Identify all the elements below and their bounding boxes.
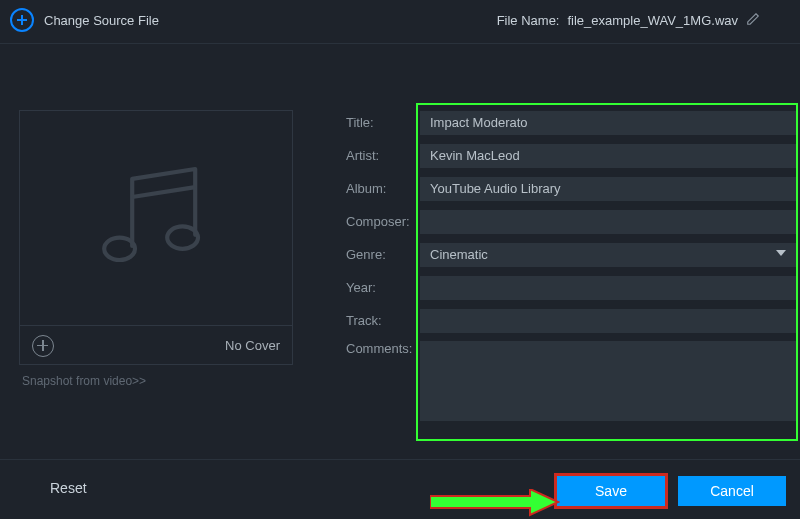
svg-point-1	[104, 238, 135, 260]
svg-point-2	[167, 226, 198, 248]
music-note-icon	[86, 148, 226, 288]
composer-input[interactable]	[420, 210, 796, 234]
title-label: Title:	[346, 115, 420, 130]
snapshot-from-video-link[interactable]: Snapshot from video>>	[22, 374, 146, 388]
svg-line-0	[132, 187, 195, 197]
genre-select[interactable]	[420, 243, 796, 267]
cover-art-placeholder	[20, 111, 292, 326]
cover-bottom-bar: No Cover	[20, 326, 292, 365]
svg-marker-3	[430, 489, 558, 515]
plus-icon	[10, 8, 34, 32]
change-source-button[interactable]: Change Source File	[10, 8, 159, 32]
album-input[interactable]	[420, 177, 796, 201]
comments-input[interactable]	[420, 341, 796, 421]
no-cover-label: No Cover	[225, 338, 280, 353]
artist-input[interactable]	[420, 144, 796, 168]
add-cover-button[interactable]	[32, 335, 54, 357]
reset-button[interactable]: Reset	[50, 480, 87, 496]
cover-panel: No Cover	[19, 110, 293, 365]
annotation-arrow-icon	[430, 489, 560, 519]
genre-label: Genre:	[346, 247, 420, 262]
main-area: No Cover Snapshot from video>> Title: Ar…	[0, 44, 800, 459]
filename-value: file_example_WAV_1MG.wav	[567, 13, 738, 28]
year-input[interactable]	[420, 276, 796, 300]
save-button[interactable]: Save	[557, 476, 665, 506]
edit-filename-icon[interactable]	[746, 12, 760, 29]
artist-label: Artist:	[346, 148, 420, 163]
filename-block: File Name: file_example_WAV_1MG.wav	[497, 12, 760, 29]
genre-value[interactable]	[420, 243, 796, 267]
header-bar: Change Source File File Name: file_examp…	[0, 0, 800, 44]
year-label: Year:	[346, 280, 420, 295]
composer-label: Composer:	[346, 214, 420, 229]
track-input[interactable]	[420, 309, 796, 333]
track-label: Track:	[346, 313, 420, 328]
title-input[interactable]	[420, 111, 796, 135]
cancel-button[interactable]: Cancel	[678, 476, 786, 506]
comments-label: Comments:	[346, 341, 420, 356]
footer-bar: Reset Save Cancel	[0, 459, 800, 519]
album-label: Album:	[346, 181, 420, 196]
filename-label: File Name:	[497, 13, 560, 28]
change-source-label: Change Source File	[44, 13, 159, 28]
metadata-form: Title: Artist: Album: Composer: Genre: Y…	[346, 106, 796, 421]
